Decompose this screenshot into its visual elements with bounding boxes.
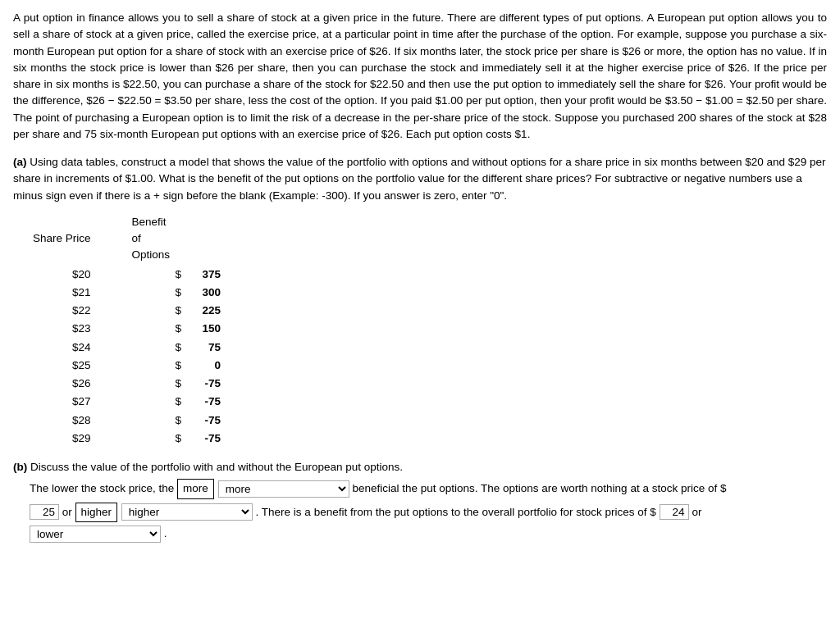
dollar-sign-cell: $	[107, 375, 185, 393]
input1[interactable]	[30, 504, 59, 520]
benefit-value-cell: 225	[185, 302, 226, 320]
dollar-sign-cell: $	[107, 430, 185, 448]
benefit-value-cell: 75	[185, 339, 226, 357]
dropdown1-selected-display: more	[177, 479, 214, 498]
dollar-sign-cell: $	[107, 393, 185, 411]
period: .	[164, 527, 167, 539]
line1-suffix: beneficial the put options. The options …	[352, 482, 726, 494]
b-line1: The lower the stock price, the more more…	[30, 479, 827, 498]
dropdown2-select[interactable]: higher lower	[121, 503, 253, 521]
dollar-sign-cell: $	[107, 339, 185, 357]
share-price-cell: $26	[30, 375, 107, 393]
share-price-cell: $22	[30, 302, 107, 320]
b-line3: lower higher .	[30, 526, 827, 543]
table-row: $23 $ 150	[30, 320, 226, 338]
share-price-cell: $23	[30, 320, 107, 338]
or-text-1: or	[62, 505, 75, 517]
table-row: $21 $ 300	[30, 284, 226, 302]
dollar-sign-cell: $	[107, 357, 185, 375]
share-price-cell: $28	[30, 412, 107, 430]
benefit-value-cell: 300	[185, 284, 226, 302]
benefits-table: Share Price Benefit of Options $20 $ 375…	[30, 212, 226, 448]
section-b-label: (b)	[13, 461, 27, 473]
benefit-value-cell: -75	[185, 393, 226, 411]
col-header-share-price: Share Price	[30, 212, 107, 266]
table-row: $28 $ -75	[30, 412, 226, 430]
intro-paragraph: A put option in finance allows you to se…	[13, 10, 827, 143]
dollar-sign-cell: $	[107, 412, 185, 430]
benefit-value-cell: -75	[185, 375, 226, 393]
section-a-description: Using data tables, construct a model tha…	[13, 156, 826, 202]
table-row: $27 $ -75	[30, 393, 226, 411]
dropdown1-select[interactable]: more less	[218, 480, 349, 498]
section-b-text: (b) Discuss the value of the portfolio w…	[13, 459, 827, 475]
benefit-value-cell: 0	[185, 357, 226, 375]
dollar-sign-cell: $	[107, 266, 185, 284]
dropdown2-selected-display: higher	[75, 503, 118, 522]
section-a-label: (a)	[13, 156, 27, 168]
dropdown3-select[interactable]: lower higher	[30, 526, 161, 543]
table-row: $26 $ -75	[30, 375, 226, 393]
col-header-benefit: Benefit of Options	[107, 212, 185, 266]
benefits-table-container: Share Price Benefit of Options $20 $ 375…	[30, 212, 827, 448]
or-text-2: or	[692, 505, 701, 517]
section-a-text: (a) Using data tables, construct a model…	[13, 154, 827, 204]
table-row: $20 $ 375	[30, 266, 226, 284]
benefit-value-cell: -75	[185, 430, 226, 448]
line1-prefix: The lower the stock price, the	[30, 482, 174, 494]
line2-suffix: . There is a benefit from the put option…	[256, 505, 656, 517]
b-line2: or higher higher lower . There is a bene…	[30, 503, 827, 522]
table-row: $24 $ 75	[30, 339, 226, 357]
dollar-sign-cell: $	[107, 284, 185, 302]
benefit-value-cell: 375	[185, 266, 226, 284]
share-price-cell: $21	[30, 284, 107, 302]
table-row: $22 $ 225	[30, 302, 226, 320]
input2[interactable]	[660, 504, 689, 520]
dollar-sign-cell: $	[107, 320, 185, 338]
section-b-description: Discuss the value of the portfolio with …	[30, 461, 403, 473]
share-price-cell: $25	[30, 357, 107, 375]
section-b: (b) Discuss the value of the portfolio w…	[13, 459, 827, 543]
table-row: $29 $ -75	[30, 430, 226, 448]
section-a: (a) Using data tables, construct a model…	[13, 154, 827, 448]
table-row: $25 $ 0	[30, 357, 226, 375]
benefit-value-cell: -75	[185, 412, 226, 430]
share-price-cell: $27	[30, 393, 107, 411]
share-price-cell: $20	[30, 266, 107, 284]
dollar-sign-cell: $	[107, 302, 185, 320]
share-price-cell: $29	[30, 430, 107, 448]
benefit-value-cell: 150	[185, 320, 226, 338]
share-price-cell: $24	[30, 339, 107, 357]
